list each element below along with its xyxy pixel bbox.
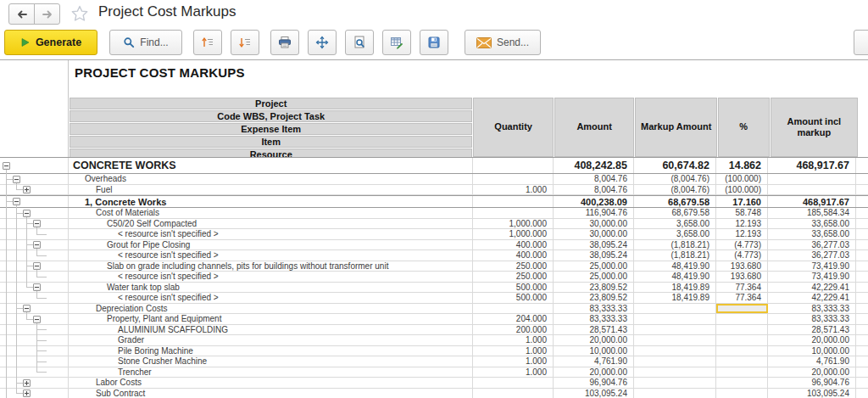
cell-markup-amount[interactable]: 48,419.90 (634, 272, 716, 282)
cell-markup-amount[interactable] (634, 367, 716, 378)
cell-amount-incl-markup[interactable]: 73,419.90 (768, 272, 856, 282)
cell-quantity[interactable]: 1.000 (473, 185, 554, 195)
row-label-cell[interactable]: Cost of Materials (68, 208, 473, 218)
cell-percent[interactable] (716, 314, 768, 324)
cell-amount[interactable]: 400,238.09 (554, 196, 634, 207)
cell-amount[interactable]: 38,095.24 (554, 240, 634, 250)
cell-percent[interactable]: (4.773) (716, 250, 768, 261)
cell-percent[interactable]: 12.193 (716, 219, 768, 229)
cell-quantity[interactable] (473, 389, 554, 398)
cell-amount[interactable]: 30,000.00 (554, 229, 634, 239)
row-label-cell[interactable]: 1, Concrete Works (68, 196, 473, 207)
cell-amount-incl-markup[interactable]: 20,000.00 (768, 335, 856, 345)
tree-toggle-minus[interactable] (23, 305, 31, 312)
expand-groups-button[interactable] (231, 30, 259, 55)
cell-markup-amount[interactable] (634, 346, 716, 356)
cell-percent[interactable]: 12.193 (716, 229, 768, 239)
generate-button[interactable]: Generate (4, 30, 97, 55)
cell-quantity[interactable]: 250.000 (473, 272, 554, 282)
cell-markup-amount[interactable] (634, 389, 716, 398)
cell-markup-amount[interactable]: (8,004.76) (634, 174, 716, 184)
cell-percent[interactable] (716, 356, 768, 367)
cell-quantity[interactable] (473, 378, 554, 388)
cell-markup-amount[interactable]: 3,658.00 (634, 219, 716, 229)
row-label-cell[interactable]: Trencher (68, 367, 473, 378)
row-label-cell[interactable]: C50/20 Self Compacted (68, 219, 473, 229)
cell-amount[interactable]: 8,004.76 (554, 174, 634, 184)
cell-markup-amount[interactable]: 18,419.89 (634, 293, 716, 303)
cell-percent[interactable] (716, 325, 768, 335)
tree-toggle-minus[interactable] (33, 316, 41, 323)
cell-amount[interactable]: 20,000.00 (554, 367, 634, 378)
row-label-cell[interactable]: Depreciation Costs (68, 304, 473, 314)
cell-percent[interactable]: (4.773) (716, 240, 768, 250)
cell-amount-incl-markup[interactable]: 36,277.03 (768, 240, 856, 250)
send-button[interactable]: Send... (465, 30, 541, 55)
row-label-cell[interactable]: Fuel (68, 185, 473, 195)
cell-quantity[interactable]: 500.000 (473, 283, 554, 293)
cell-amount-incl-markup[interactable] (768, 174, 856, 184)
cell-markup-amount[interactable]: 68,679.58 (634, 208, 716, 218)
cell-markup-amount[interactable]: 48,419.90 (634, 261, 716, 272)
tree-toggle-minus[interactable] (13, 176, 20, 183)
cell-amount[interactable]: 116,904.76 (554, 208, 634, 218)
cell-amount[interactable]: 103,095.24 (554, 389, 634, 398)
cell-quantity[interactable] (473, 208, 554, 218)
cell-quantity[interactable]: 500.000 (473, 293, 554, 303)
cell-percent[interactable]: 77.364 (716, 293, 768, 303)
cell-amount-incl-markup[interactable]: 83,333.33 (768, 314, 856, 324)
selected-cell[interactable] (716, 304, 768, 314)
favorite-star-button[interactable] (70, 3, 90, 24)
cell-percent[interactable]: 58.748 (716, 208, 768, 218)
save-button[interactable] (420, 30, 448, 55)
cell-amount[interactable]: 10,000.00 (554, 346, 634, 356)
tree-toggle-plus[interactable] (23, 379, 31, 387)
cell-amount[interactable]: 96,904.76 (554, 378, 634, 388)
cell-quantity[interactable] (473, 196, 554, 207)
cell-percent[interactable] (716, 346, 768, 356)
cell-amount-incl-markup[interactable]: 28,571.43 (768, 325, 856, 335)
cell-quantity[interactable]: 1.000 (473, 356, 554, 367)
cell-amount-incl-markup[interactable]: 96,904.76 (768, 378, 856, 388)
cell-amount-incl-markup[interactable]: 10,000.00 (768, 346, 856, 356)
row-label-cell[interactable]: ALUMINIUM SCAFFOLDING (68, 325, 473, 335)
cell-percent[interactable]: 17.160 (716, 196, 768, 207)
cell-markup-amount[interactable]: (1,818.21) (634, 250, 716, 261)
row-label-cell[interactable]: < resource isn't specified > (68, 272, 473, 282)
cell-amount[interactable]: 83,333.33 (554, 314, 634, 324)
cell-quantity[interactable]: 400.000 (473, 250, 554, 261)
cell-amount-incl-markup[interactable]: 468,917.67 (768, 196, 856, 207)
tree-toggle-minus[interactable] (13, 198, 20, 205)
cell-amount[interactable]: 4,761.90 (554, 356, 634, 367)
cell-percent[interactable] (716, 378, 768, 388)
cell-amount[interactable]: 23,809.52 (554, 293, 634, 303)
cell-percent[interactable]: 193.680 (716, 261, 768, 272)
cell-markup-amount[interactable] (634, 335, 716, 345)
cell-quantity[interactable]: 400.000 (473, 240, 554, 250)
cell-markup-amount[interactable] (634, 304, 716, 314)
edit-table-button[interactable] (382, 30, 411, 55)
collapse-groups-button[interactable] (193, 30, 222, 55)
clipped-toolbar-button[interactable] (854, 30, 868, 55)
cell-quantity[interactable] (473, 158, 554, 173)
cell-percent[interactable]: 77.364 (716, 283, 768, 293)
cell-amount-incl-markup[interactable]: 36,277.03 (768, 250, 856, 261)
row-label-cell[interactable]: Sub Contract (68, 389, 473, 398)
cell-amount[interactable]: 30,000.00 (554, 219, 634, 229)
cell-amount[interactable]: 8,004.76 (554, 185, 634, 195)
cell-percent[interactable] (716, 367, 768, 378)
cell-markup-amount[interactable] (634, 356, 716, 367)
cell-quantity[interactable]: 1.000 (473, 367, 554, 378)
row-label-cell[interactable]: Water tank top slab (68, 283, 473, 293)
tree-toggle-minus[interactable] (33, 220, 41, 227)
tree-toggle-minus[interactable] (33, 283, 41, 291)
row-label-cell[interactable]: < resource isn't specified > (68, 250, 473, 261)
fit-to-window-button[interactable] (308, 30, 337, 55)
cell-quantity[interactable] (473, 174, 554, 184)
tree-toggle-minus[interactable] (33, 262, 41, 270)
cell-markup-amount[interactable]: 60,674.82 (634, 158, 716, 173)
cell-amount-incl-markup[interactable]: 20,000.00 (768, 367, 856, 378)
row-label-cell[interactable]: Grader (68, 335, 473, 345)
cell-amount[interactable]: 28,571.43 (554, 325, 634, 335)
row-label-cell[interactable]: Labor Costs (68, 378, 473, 388)
